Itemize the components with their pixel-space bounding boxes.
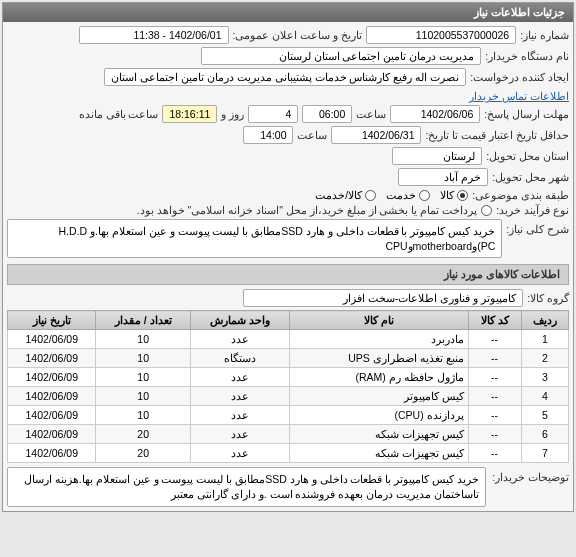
radio-goods[interactable]: کالا xyxy=(440,189,468,201)
announce-label: تاریخ و ساعت اعلان عمومی: xyxy=(233,29,363,41)
creator-field: نصرت اله رفیع کارشناس خدمات پشتیبانی مدی… xyxy=(104,68,466,86)
panel-title: جزئیات اطلاعات نیاز xyxy=(3,3,573,22)
deadline-time-label: ساعت xyxy=(356,108,386,120)
notes-label: توضیحات خریدار: xyxy=(492,467,569,483)
table-cell: کیس تجهیزات شبکه xyxy=(289,444,468,463)
process-label: نوع فرآیند خرید: xyxy=(496,204,569,216)
table-cell: 4 xyxy=(521,387,568,406)
remain-days-label: روز و xyxy=(221,108,244,120)
deadline-time: 06:00 xyxy=(302,105,352,123)
valid-label: حداقل تاریخ اعتبار قیمت تا تاریخ: xyxy=(425,129,569,141)
province-field: لرستان xyxy=(392,147,482,165)
table-row[interactable]: 6--کیس تجهیزات شبکهعدد201402/06/09 xyxy=(8,425,569,444)
radio-service[interactable]: خدمت xyxy=(386,189,430,201)
table-cell: پردازنده (CPU) xyxy=(289,406,468,425)
table-cell: 10 xyxy=(96,368,190,387)
table-row[interactable]: 5--پردازنده (CPU)عدد101402/06/09 xyxy=(8,406,569,425)
valid-date: 1402/06/31 xyxy=(331,126,421,144)
table-cell: 1402/06/09 xyxy=(8,349,96,368)
table-cell: 1402/06/09 xyxy=(8,444,96,463)
notes-field: خرید کیس کامپیوتر با قطعات داخلی و هارد … xyxy=(7,467,486,506)
table-cell: عدد xyxy=(190,425,289,444)
need-no-label: شماره نیاز: xyxy=(520,29,569,41)
category-radios: کالا خدمت کالا/خدمت xyxy=(315,189,468,201)
table-header: نام کالا xyxy=(289,311,468,330)
table-header: تعداد / مقدار xyxy=(96,311,190,330)
group-field: کامپیوتر و فناوری اطلاعات-سخت افزار xyxy=(243,289,523,307)
table-cell: ماژول حافظه رم (RAM) xyxy=(289,368,468,387)
table-cell: -- xyxy=(468,444,521,463)
remain-time: 18:16:11 xyxy=(162,105,217,123)
province-label: استان محل تحویل: xyxy=(486,150,569,162)
table-cell: منبع تغذیه اضطراری UPS xyxy=(289,349,468,368)
table-header: ردیف xyxy=(521,311,568,330)
table-cell: 6 xyxy=(521,425,568,444)
city-label: شهر محل تحویل: xyxy=(492,171,569,183)
items-header: اطلاعات کالاهای مورد نیاز xyxy=(7,264,569,285)
table-cell: -- xyxy=(468,330,521,349)
remain-time-label: ساعت باقی مانده xyxy=(79,108,159,120)
process-radio[interactable] xyxy=(481,205,492,216)
desc-field: خرید کیس کامپیوتر با قطعات داخلی و هارد … xyxy=(7,219,502,258)
table-cell: 1402/06/09 xyxy=(8,406,96,425)
process-note: پرداخت تمام یا بخشی از مبلغ خرید،از محل … xyxy=(137,204,477,216)
table-cell: 1402/06/09 xyxy=(8,425,96,444)
table-cell: 1402/06/09 xyxy=(8,368,96,387)
table-cell: 1402/06/09 xyxy=(8,387,96,406)
radio-dot-icon xyxy=(481,205,492,216)
table-cell: 1402/06/09 xyxy=(8,330,96,349)
need-details-panel: جزئیات اطلاعات نیاز شماره نیاز: 11020055… xyxy=(2,2,574,512)
table-cell: عدد xyxy=(190,368,289,387)
table-cell: 10 xyxy=(96,330,190,349)
table-cell: مادربرد xyxy=(289,330,468,349)
desc-label: شرح کلی نیاز: xyxy=(506,219,569,235)
table-row[interactable]: 3--ماژول حافظه رم (RAM)عدد101402/06/09 xyxy=(8,368,569,387)
table-row[interactable]: 4--کیس کامپیوترعدد101402/06/09 xyxy=(8,387,569,406)
table-cell: -- xyxy=(468,349,521,368)
table-header: واحد شمارش xyxy=(190,311,289,330)
table-cell: عدد xyxy=(190,406,289,425)
table-header: تاریخ نیاز xyxy=(8,311,96,330)
creator-label: ایجاد کننده درخواست: xyxy=(470,71,569,83)
table-cell: -- xyxy=(468,368,521,387)
table-row[interactable]: 7--کیس تجهیزات شبکهعدد201402/06/09 xyxy=(8,444,569,463)
table-cell: 7 xyxy=(521,444,568,463)
buyer-field: مدیریت درمان تامین اجتماعی استان لرستان xyxy=(201,47,481,65)
table-cell: -- xyxy=(468,387,521,406)
contact-link[interactable]: اطلاعات تماس خریدار xyxy=(469,90,569,102)
table-cell: 2 xyxy=(521,349,568,368)
table-cell: 10 xyxy=(96,406,190,425)
table-row[interactable]: 1--مادربردعدد101402/06/09 xyxy=(8,330,569,349)
table-cell: 10 xyxy=(96,387,190,406)
table-cell: 20 xyxy=(96,425,190,444)
radio-goods-service[interactable]: کالا/خدمت xyxy=(315,189,376,201)
panel-body: شماره نیاز: 1102005537000026 تاریخ و ساع… xyxy=(3,22,573,511)
group-label: گروه کالا: xyxy=(527,292,569,304)
table-cell: دستگاه xyxy=(190,349,289,368)
table-cell: 5 xyxy=(521,406,568,425)
valid-time: 14:00 xyxy=(243,126,293,144)
city-field: خرم آباد xyxy=(398,168,488,186)
table-cell: عدد xyxy=(190,330,289,349)
need-no-field: 1102005537000026 xyxy=(366,26,516,44)
category-label: طبقه بندی موضوعی: xyxy=(472,189,569,201)
table-cell: 20 xyxy=(96,444,190,463)
table-cell: عدد xyxy=(190,387,289,406)
buyer-label: نام دستگاه خریدار: xyxy=(485,50,569,62)
deadline-date: 1402/06/06 xyxy=(390,105,480,123)
table-cell: کیس تجهیزات شبکه xyxy=(289,425,468,444)
deadline-label: مهلت ارسال پاسخ: xyxy=(484,108,569,120)
items-table: ردیفکد کالانام کالاواحد شمارشتعداد / مقد… xyxy=(7,310,569,463)
announce-field: 1402/06/01 - 11:38 xyxy=(79,26,229,44)
radio-dot-icon xyxy=(365,190,376,201)
valid-time-label: ساعت xyxy=(297,129,327,141)
table-cell: -- xyxy=(468,406,521,425)
table-row[interactable]: 2--منبع تغذیه اضطراری UPSدستگاه101402/06… xyxy=(8,349,569,368)
table-header: کد کالا xyxy=(468,311,521,330)
table-cell: 3 xyxy=(521,368,568,387)
table-cell: 10 xyxy=(96,349,190,368)
table-cell: 1 xyxy=(521,330,568,349)
table-cell: کیس کامپیوتر xyxy=(289,387,468,406)
radio-dot-icon xyxy=(419,190,430,201)
remain-days: 4 xyxy=(248,105,298,123)
